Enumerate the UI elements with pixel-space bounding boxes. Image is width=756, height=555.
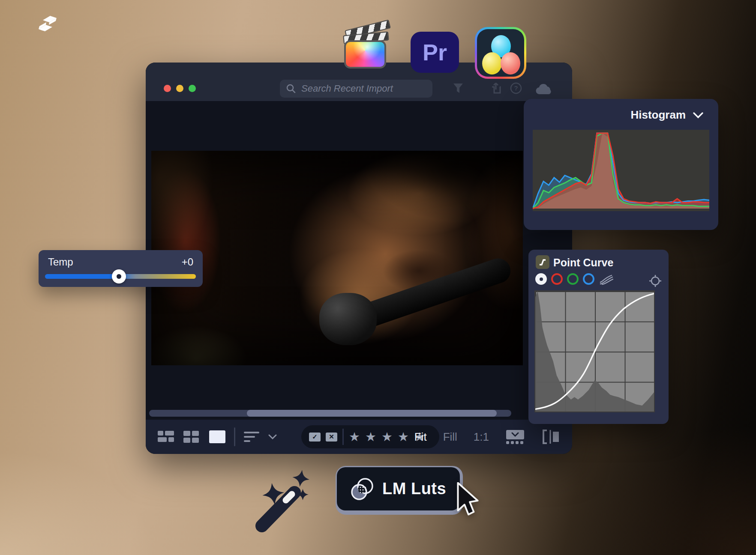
point-curve-title: Point Curve xyxy=(553,257,613,269)
premiere-pro-icon[interactable]: Pr xyxy=(411,32,459,73)
final-cut-pro-icon[interactable] xyxy=(343,25,389,69)
curve-channel-row xyxy=(535,273,613,285)
temp-slider-thumb[interactable] xyxy=(112,269,126,283)
lut-button-frame: LM Luts xyxy=(336,466,463,515)
cursor-icon xyxy=(453,482,481,516)
channel-luminance-button[interactable] xyxy=(535,273,547,285)
histogram-chart xyxy=(533,130,709,211)
cloud-icon[interactable] xyxy=(535,83,553,95)
layout-single-button[interactable] xyxy=(208,428,227,445)
histogram-title: Histogram xyxy=(630,108,686,122)
temp-value: +0 xyxy=(182,256,193,268)
background: ? xyxy=(0,0,756,555)
temp-slider-panel: Temp +0 xyxy=(39,250,203,287)
temp-slider-track[interactable] xyxy=(45,274,196,279)
compare-before-after-button[interactable] xyxy=(541,429,560,445)
lm-luts-button[interactable]: LM Luts xyxy=(337,467,460,510)
luts-overlap-circles-icon xyxy=(349,476,375,502)
photo-editor-window: ? xyxy=(146,63,572,454)
zoom-button[interactable] xyxy=(189,85,196,92)
point-curve-panel: Point Curve xyxy=(528,250,669,424)
horizontal-scrollbar[interactable] xyxy=(149,410,511,417)
scrollbar-thumb[interactable] xyxy=(247,410,497,417)
flag-pick-button[interactable]: ✓ xyxy=(309,433,321,442)
photo-preview xyxy=(151,151,523,365)
star-button-1[interactable]: ★ xyxy=(349,431,360,443)
star-button-4[interactable]: ★ xyxy=(398,431,409,443)
sort-button[interactable] xyxy=(242,428,261,445)
viewer-area xyxy=(146,101,572,420)
search-input[interactable] xyxy=(300,83,426,95)
star-button-3[interactable]: ★ xyxy=(381,431,393,443)
filmstrip-toggle-button[interactable] xyxy=(505,429,525,445)
zoom-fill-button[interactable]: Fill xyxy=(443,430,457,444)
point-curve-badge-icon xyxy=(536,255,549,269)
channel-multi-icon[interactable] xyxy=(599,274,613,285)
histogram-header[interactable]: Histogram xyxy=(630,108,704,122)
star-button-2[interactable]: ★ xyxy=(365,431,376,443)
svg-text:?: ? xyxy=(514,84,518,92)
lut-button-label: LM Luts xyxy=(382,480,446,498)
toolbar-divider xyxy=(234,427,235,446)
zoom-1to1-button[interactable]: 1:1 xyxy=(474,430,489,444)
pill-divider xyxy=(342,429,344,445)
filter-icon[interactable] xyxy=(452,82,464,94)
bottom-toolbar: ✓ ✕ ★ ★ ★ ★ ★ Fit Fill 1:1 xyxy=(146,420,572,454)
layout-masonry-button[interactable] xyxy=(157,428,176,445)
channel-blue-button[interactable] xyxy=(583,273,594,285)
flag-reject-button[interactable]: ✕ xyxy=(326,433,337,442)
magic-wand-icon xyxy=(250,462,318,533)
search-bar[interactable] xyxy=(280,80,432,98)
zoom-fit-button[interactable]: Fit xyxy=(414,430,427,444)
channel-red-button[interactable] xyxy=(551,273,563,285)
search-icon xyxy=(286,84,296,94)
tone-curve-grid[interactable] xyxy=(534,290,655,412)
premiere-pro-label: Pr xyxy=(423,39,447,66)
target-adjust-icon[interactable] xyxy=(649,275,662,287)
help-icon[interactable]: ? xyxy=(510,82,522,94)
temp-label: Temp xyxy=(48,256,73,268)
sort-chevron-down-icon[interactable] xyxy=(268,434,277,440)
histogram-panel: Histogram xyxy=(524,99,718,230)
close-button[interactable] xyxy=(164,85,171,92)
brand-logo-icon xyxy=(36,14,59,33)
layout-grid-button[interactable] xyxy=(183,428,201,445)
davinci-resolve-icon[interactable] xyxy=(475,27,526,79)
chevron-down-icon[interactable] xyxy=(693,112,704,119)
share-icon[interactable] xyxy=(489,81,502,95)
channel-green-button[interactable] xyxy=(567,273,579,285)
minimize-button[interactable] xyxy=(176,85,183,92)
